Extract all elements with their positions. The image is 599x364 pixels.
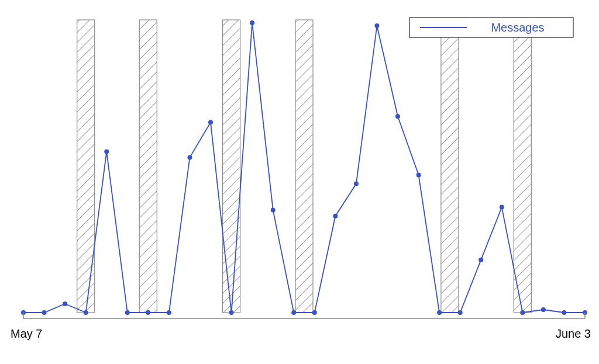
data-point (167, 310, 171, 315)
data-point (271, 208, 276, 213)
gap-bands (77, 20, 532, 313)
gap-band (295, 20, 313, 313)
gap-band (514, 20, 531, 313)
data-point (562, 310, 566, 315)
data-point (437, 310, 442, 315)
data-point (250, 20, 254, 25)
data-point (125, 310, 130, 315)
chart-container: May 7 June 3 Messages (0, 0, 599, 364)
data-point (458, 310, 463, 315)
data-point (63, 301, 67, 306)
gap-band (441, 20, 459, 313)
legend-label: Messages (491, 21, 544, 34)
data-point (208, 120, 213, 124)
data-point (520, 310, 525, 315)
data-point (478, 258, 483, 262)
data-point (416, 173, 421, 178)
data-point (187, 155, 192, 160)
data-point (84, 310, 88, 315)
data-point (291, 310, 296, 315)
data-point (333, 214, 338, 219)
x-axis-start-label: May 7 (11, 327, 42, 340)
gap-band (139, 20, 157, 313)
x-axis-end-label: June 3 (556, 327, 591, 340)
data-point (354, 182, 359, 186)
data-point (146, 310, 150, 315)
data-point (541, 307, 546, 312)
data-point (312, 310, 317, 315)
legend: Messages (409, 18, 573, 37)
data-point (374, 23, 379, 28)
data-point (42, 310, 47, 315)
data-point (395, 114, 400, 119)
data-point (229, 310, 234, 315)
data-point (104, 149, 109, 154)
x-axis (23, 313, 585, 318)
line-chart: May 7 June 3 Messages (0, 0, 599, 364)
gap-band (223, 20, 240, 313)
data-point (500, 205, 504, 210)
